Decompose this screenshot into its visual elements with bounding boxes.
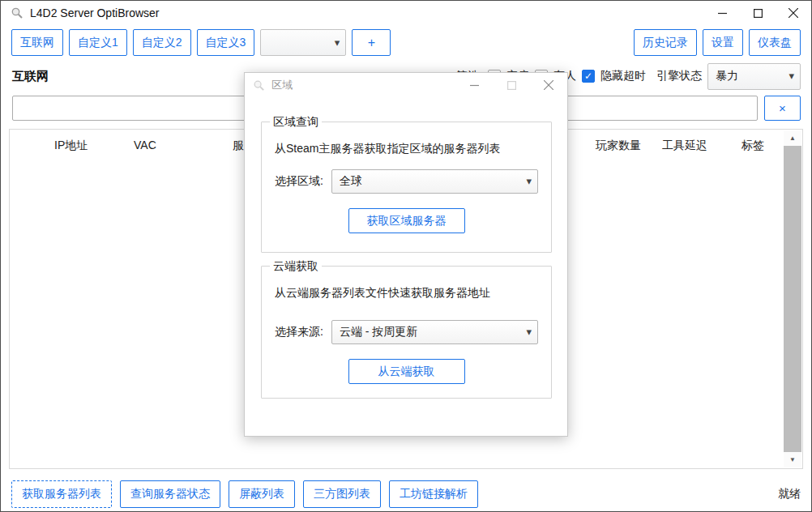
workshop-link-parse-button[interactable]: 工坊链接解析: [389, 480, 478, 508]
history-button[interactable]: 历史记录: [634, 29, 697, 56]
dashboard-button[interactable]: 仪表盘: [749, 29, 801, 56]
window-controls: [704, 1, 811, 25]
thirdparty-map-list-button[interactable]: 三方图列表: [303, 480, 381, 508]
tab-internet[interactable]: 互联网: [11, 29, 63, 56]
select-region-label: 选择区域:: [275, 174, 323, 189]
checkbox-hide-timeout-label[interactable]: 隐藏超时: [600, 69, 646, 83]
checkbox-hide-timeout[interactable]: [582, 70, 595, 83]
titlebar: L4D2 Server OptiBrowser: [1, 1, 811, 25]
region-query-description: 从Steam主服务器获取指定区域的服务器列表: [275, 142, 500, 156]
dialog-close-icon[interactable]: [530, 73, 567, 97]
app-window: L4D2 Server OptiBrowser 互联网 自定义1 自定义2 自定…: [0, 0, 812, 512]
fetch-server-list-button[interactable]: 获取服务器列表: [11, 480, 112, 508]
cloud-fetch-group-title: 云端获取: [270, 259, 322, 274]
source-dropdown[interactable]: 云端 - 按周更新: [331, 320, 538, 344]
minimize-icon[interactable]: [704, 1, 740, 25]
column-players[interactable]: 玩家数量: [596, 139, 641, 153]
scroll-up-icon[interactable]: ▲: [784, 130, 801, 146]
cloud-fetch-group: 云端获取 从云端服务器列表文件快速获取服务器地址 选择来源: 云端 - 按周更新…: [261, 266, 552, 399]
tab-custom2[interactable]: 自定义2: [133, 29, 191, 56]
region-query-group: 区域查询 从Steam主服务器获取指定区域的服务器列表 选择区域: 全球 获取区…: [261, 122, 552, 253]
toolbar: 互联网 自定义1 自定义2 自定义3 + 历史记录 设置 仪表盘: [11, 29, 801, 56]
close-icon[interactable]: [776, 1, 811, 25]
settings-button[interactable]: 设置: [703, 29, 743, 56]
region-dropdown[interactable]: 全球: [331, 169, 538, 194]
dialog-minimize-icon[interactable]: [455, 73, 493, 97]
fetch-from-cloud-button[interactable]: 从云端获取: [348, 359, 465, 384]
dialog-magnifier-icon: [253, 79, 265, 92]
scroll-down-icon[interactable]: ▼: [784, 452, 801, 467]
maximize-icon[interactable]: [740, 1, 776, 25]
query-server-status-button[interactable]: 查询服务器状态: [120, 480, 220, 508]
window-title: L4D2 Server OptiBrowser: [30, 6, 160, 19]
tab-custom3[interactable]: 自定义3: [197, 29, 255, 56]
fetch-region-servers-button[interactable]: 获取区域服务器: [348, 208, 465, 233]
engine-status-value: 暴力: [716, 69, 738, 83]
column-server[interactable]: 服: [233, 139, 244, 153]
status-text: 就绪: [778, 487, 801, 501]
cloud-fetch-description: 从云端服务器列表文件快速获取服务器地址: [275, 286, 490, 301]
dialog-title: 区域: [271, 78, 293, 92]
footer-bar: 获取服务器列表 查询服务器状态 屏蔽列表 三方图列表 工坊链接解析 就绪: [11, 480, 801, 508]
tab-select-dropdown[interactable]: [260, 29, 346, 56]
region-dialog: 区域 区域查询 从Steam主服务器获取指定区域的服务器列表 选择区域: 全球 …: [244, 72, 568, 437]
select-source-label: 选择来源:: [275, 325, 323, 339]
dialog-maximize-icon: [493, 73, 530, 97]
dialog-window-controls: [455, 73, 567, 97]
vertical-scrollbar[interactable]: ▲ ▼: [784, 130, 801, 467]
column-tags[interactable]: 标签: [741, 139, 764, 153]
engine-status-label: 引擎状态: [656, 69, 702, 83]
column-vac[interactable]: VAC: [134, 139, 156, 151]
scrollbar-thumb[interactable]: [784, 146, 801, 452]
add-tab-button[interactable]: +: [352, 29, 391, 56]
column-ip[interactable]: IP地址: [54, 139, 88, 153]
block-list-button[interactable]: 屏蔽列表: [229, 480, 295, 508]
section-title: 互联网: [12, 69, 49, 84]
region-query-group-title: 区域查询: [270, 115, 322, 130]
tab-custom1[interactable]: 自定义1: [69, 29, 127, 56]
clear-search-button[interactable]: ×: [764, 96, 801, 121]
source-dropdown-value: 云端 - 按周更新: [340, 325, 417, 339]
engine-status-dropdown[interactable]: 暴力: [707, 63, 801, 90]
dialog-titlebar: 区域: [245, 73, 567, 97]
column-latency[interactable]: 工具延迟: [662, 139, 707, 153]
app-magnifier-icon: [11, 6, 24, 19]
region-dropdown-value: 全球: [340, 174, 362, 189]
